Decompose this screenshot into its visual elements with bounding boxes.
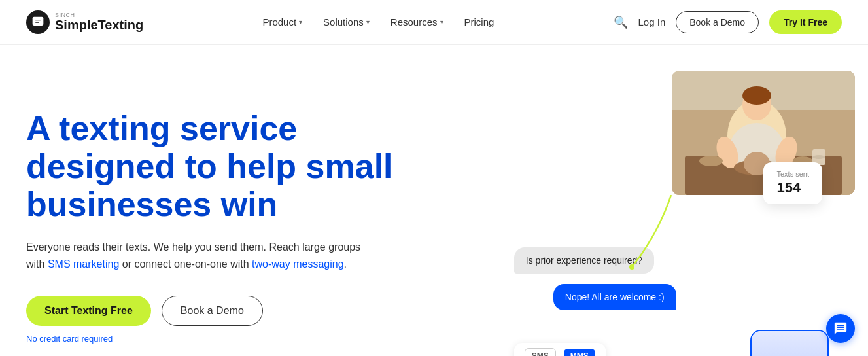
nav-links: Product ▾ Solutions ▾ Resources ▾ Pricin… — [262, 16, 494, 27]
two-way-messaging-link[interactable]: two-way messaging — [252, 258, 344, 270]
chevron-down-icon: ▾ — [299, 18, 302, 26]
hero-illustration: Texts sent 154 Is prior experience requi… — [475, 71, 842, 356]
start-texting-free-button[interactable]: Start Texting Free — [26, 296, 151, 326]
nav-link-resources[interactable]: Resources ▾ — [391, 16, 443, 27]
nav-link-product[interactable]: Product ▾ — [262, 16, 302, 27]
svg-point-7 — [742, 86, 771, 105]
nav-link-solutions[interactable]: Solutions ▾ — [323, 16, 370, 27]
no-credit-card-label: No credit card required — [26, 334, 449, 344]
hero-title: A texting service designed to help small… — [26, 109, 449, 224]
svg-point-15 — [812, 155, 825, 159]
svg-point-12 — [699, 156, 723, 166]
hero-description: Everyone reads their texts. We help you … — [26, 239, 366, 272]
svg-point-16 — [629, 264, 634, 270]
nav-actions: 🔍 Log In Book a Demo Try It Free — [614, 10, 842, 34]
search-icon[interactable]: 🔍 — [614, 15, 628, 29]
sms-marketing-link[interactable]: SMS marketing — [48, 258, 119, 270]
try-free-button[interactable]: Try It Free — [769, 10, 842, 34]
sms-mms-card: SMS MMS — [514, 343, 606, 356]
book-demo-button[interactable]: Book a Demo — [676, 11, 759, 33]
hero-section: A texting service designed to help small… — [0, 44, 868, 356]
texts-sent-label: Texts sent — [776, 170, 809, 178]
logo-icon — [26, 10, 50, 34]
login-link[interactable]: Log In — [638, 16, 666, 27]
chat-support-button[interactable] — [826, 314, 855, 343]
hero-content: A texting service designed to help small… — [26, 109, 475, 344]
chevron-down-icon: ▾ — [440, 18, 443, 26]
navbar: sinch SimpleTexting Product ▾ Solutions … — [0, 0, 868, 44]
texts-sent-card: Texts sent 154 — [763, 162, 822, 204]
hero-buttons: Start Texting Free Book a Demo — [26, 296, 449, 326]
sms-badge: SMS — [525, 348, 556, 356]
texts-sent-count: 154 — [776, 179, 809, 196]
book-demo-hero-button[interactable]: Book a Demo — [162, 296, 263, 326]
chevron-down-icon: ▾ — [366, 18, 370, 26]
logo[interactable]: sinch SimpleTexting — [26, 10, 143, 34]
answer-bubble: Nope! All are welcome :) — [553, 284, 676, 310]
svg-rect-0 — [33, 16, 44, 25]
phone-screen — [752, 331, 827, 356]
phone-preview — [750, 330, 829, 356]
nav-link-pricing[interactable]: Pricing — [464, 16, 495, 27]
logo-text: sinch SimpleTexting — [55, 12, 143, 31]
mms-badge: MMS — [564, 349, 595, 356]
